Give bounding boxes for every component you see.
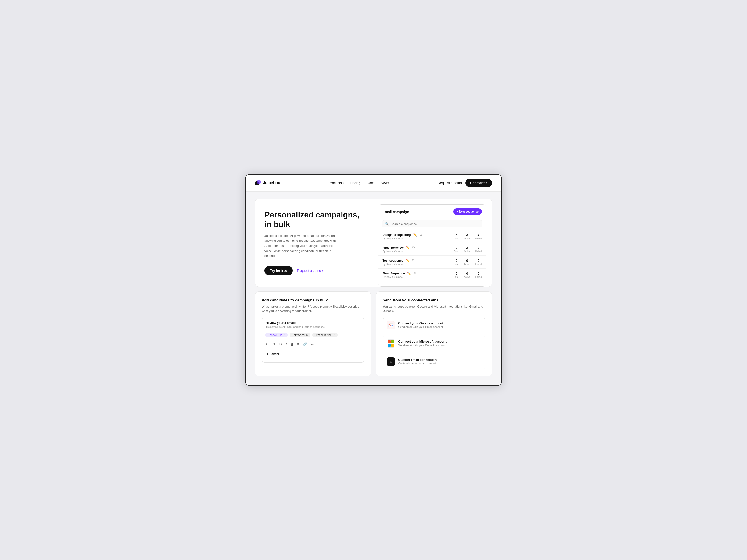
stat-failed-value: 0 [478,272,480,275]
copy-icon[interactable]: ⧉ [419,233,422,237]
hero-right: Email campaign + New sequence 🔍 Design p… [372,199,492,287]
stat-total-value: 0 [456,272,458,275]
campaign-row-name: Final Sequence ✏️ ⧉ [382,271,454,275]
hero-left: Personalized campaigns, in bulk Juicebox… [255,199,372,287]
integration-microsoft[interactable]: Connect your Microsoft account Send emai… [383,336,485,351]
integration-info: Connect your Microsoft account Send emai… [398,340,446,347]
nav-pricing[interactable]: Pricing [351,181,360,185]
bold-button[interactable]: B [279,342,282,346]
redo-button[interactable]: ↪ [272,342,276,346]
hero-description: Juicebox includes AI powered email-custo… [264,233,339,259]
compose-body[interactable]: Hi Randall, [262,348,364,363]
link-button[interactable]: 🔗 [303,342,308,346]
stat-active-label: Active [464,250,471,253]
compose-body-text: Hi Randall, [266,352,281,355]
gmail-icon: Gm [387,321,395,329]
compose-subtext: This email is sent after adding profile … [266,325,360,328]
undo-button[interactable]: ↩ [265,342,269,346]
email-card-title: Send from your connected email [383,298,485,302]
copy-icon[interactable]: ⧉ [412,259,415,262]
campaign-row-stats: 0 Total 0 Active 0 Failed [454,259,482,266]
stat-total: 0 Total [454,259,459,266]
get-started-button[interactable]: Get started [465,179,492,187]
stat-failed: 3 Failed [475,246,482,253]
campaign-row: Final Sequence ✏️ ⧉ By Kayla Victoria 0 … [378,269,486,281]
campaign-row-stats: 9 Total 2 Active 3 Failed [454,246,482,253]
campaign-search-area: 🔍 [378,218,486,230]
campaign-row-by: By Kayla Victoria [382,275,454,278]
stat-failed-label: Failed [475,237,482,240]
hero-buttons: Try for free Request a demo › [264,266,363,275]
stat-active: 2 Active [464,246,471,253]
svg-rect-1 [257,180,260,184]
integration-name: Connect your Microsoft account [398,340,446,343]
campaign-rows: Design prospecting ✏️ ⧉ By Kayla Victori… [378,230,486,281]
stat-failed-label: Failed [475,250,482,253]
integration-custom[interactable]: ✉ Custom email connection Customize your… [383,354,485,369]
campaign-row-by: By Kayla Victoria [382,250,454,253]
stat-total: 9 Total [454,246,459,253]
edit-icon[interactable]: ✏️ [413,233,417,237]
integration-desc: Send email with your Outlook account [398,344,446,347]
bottom-section: Add candidates to campaigns in bulk What… [255,291,492,376]
search-wrapper: 🔍 [382,220,482,228]
tag-remove-icon[interactable]: ✕ [283,334,285,337]
integration-name: Connect your Google account [398,322,443,325]
underline-button[interactable]: U [290,342,294,346]
tag-purple: Randall Ells✕ [265,333,288,338]
copy-icon[interactable]: ⧉ [412,246,415,249]
stat-total-label: Total [454,237,459,240]
nav-news[interactable]: News [381,181,389,185]
search-input[interactable] [390,222,479,225]
envelope-icon: ✉ [387,357,395,366]
tag-remove-icon[interactable]: ✕ [333,334,335,337]
nav-request-demo[interactable]: Request a demo [438,181,462,185]
arrow-icon: › [322,269,323,272]
campaign-row-info: Design prospecting ✏️ ⧉ By Kayla Victori… [382,233,454,240]
hero-title: Personalized campaigns, in bulk [264,210,363,229]
stat-total: 0 Total [454,272,459,278]
tag-plain: Elizabeth Abel✕ [312,333,338,338]
campaign-row-by: By Kayla Victoria [382,263,454,266]
stat-failed-label: Failed [475,263,482,266]
copy-icon[interactable]: ⧉ [413,271,416,275]
nav-actions: Request a demo Get started [438,179,492,187]
more-button[interactable]: ••• [310,342,315,346]
campaign-row-info: Final interview ✏️ ⧉ By Kayla Victoria [382,246,454,253]
navbar: Juicebox Products ▾ Pricing Docs News Re… [246,175,501,192]
nav-docs[interactable]: Docs [367,181,375,185]
browser-window: Juicebox Products ▾ Pricing Docs News Re… [245,174,502,386]
tag-plain: Jeff Wood✕ [290,333,310,338]
search-icon: 🔍 [385,222,389,225]
compose-toolbar: ↩ ↪ B I U ≡ 🔗 ••• [262,340,364,348]
tag-label: Randall Ells [267,334,282,337]
compose-tags: Randall Ells✕Jeff Wood✕Elizabeth Abel✕ [262,330,364,340]
compose-subject: Review your 3 emails [266,321,360,325]
campaign-row: Test sequence ✏️ ⧉ By Kayla Victoria 0 T… [378,256,486,269]
campaign-row-name: Design prospecting ✏️ ⧉ [382,233,454,237]
integration-info: Custom email connection Customize your e… [398,358,437,365]
list-button[interactable]: ≡ [297,342,300,346]
stat-active: 3 Active [464,233,471,240]
request-demo-button[interactable]: Request a demo › [297,269,323,272]
campaign-row-stats: 5 Total 3 Active 4 Failed [454,233,482,240]
stat-active-value: 3 [466,233,468,237]
try-free-button[interactable]: Try for free [264,266,293,275]
campaign-card: Email campaign + New sequence 🔍 Design p… [378,205,486,287]
stat-active-label: Active [464,237,471,240]
stat-total-label: Total [454,263,459,266]
nav-products[interactable]: Products ▾ [329,181,344,185]
new-sequence-button[interactable]: + New sequence [453,208,482,215]
campaign-row-stats: 0 Total 0 Active 0 Failed [454,272,482,278]
stat-failed-label: Failed [475,275,482,278]
hero-section: Personalized campaigns, in bulk Juicebox… [255,198,492,287]
edit-icon[interactable]: ✏️ [406,246,410,249]
brand-name: Juicebox [263,181,280,185]
stat-failed: 0 Failed [475,259,482,266]
edit-icon[interactable]: ✏️ [405,259,410,262]
integration-google[interactable]: Gm Connect your Google account Send emai… [383,318,485,333]
edit-icon[interactable]: ✏️ [407,272,411,275]
tag-remove-icon[interactable]: ✕ [306,334,308,337]
italic-button[interactable]: I [285,342,287,346]
stat-total-value: 9 [456,246,458,250]
